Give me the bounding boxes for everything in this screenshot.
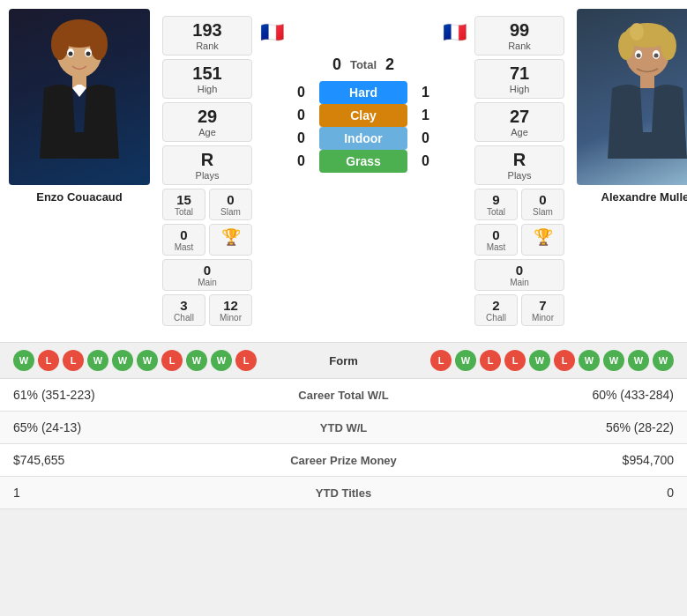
left-mast-box: 0 Mast (162, 224, 205, 256)
surface-badge-clay: Clay (319, 104, 407, 127)
svg-point-6 (69, 52, 73, 56)
left-trophy-box: 🏆 (209, 224, 252, 256)
surface-score-left: 0 (290, 130, 312, 146)
left-total-box: 15 Total (162, 189, 205, 220)
player-right-photo (577, 9, 687, 185)
form-right-badge-3: L (504, 350, 526, 371)
right-chall-box: 2 Chall (474, 294, 518, 326)
form-left-badge-5: W (137, 350, 158, 371)
svg-point-16 (637, 54, 641, 58)
left-age-value: 29 (198, 107, 217, 127)
left-flag: 🇫🇷 (260, 21, 284, 44)
left-high-box: 151 High (162, 59, 252, 99)
right-rank-value: 99 (510, 20, 529, 41)
left-rank-box: 193 Rank (162, 16, 252, 56)
left-plays-value: R (201, 150, 213, 170)
form-right-badge-6: W (579, 350, 600, 371)
left-trophy-icon: 🏆 (221, 227, 241, 247)
h2h-total-right: 2 (385, 56, 394, 74)
career-stats-row-1: 65% (24-13) YTD W/L 56% (28-22) (0, 412, 687, 444)
career-stats-row-3: 1 YTD Titles 0 (0, 477, 687, 509)
h2h-total-label: Total (350, 58, 377, 71)
form-right-badge-5: L (554, 350, 575, 371)
surface-badge-indoor: Indoor (319, 127, 407, 150)
surface-score-right: 0 (414, 130, 437, 146)
player-left-photo (9, 9, 150, 185)
right-high-label: High (510, 84, 530, 94)
surface-score-right: 1 (414, 85, 437, 100)
career-stat-left-3: 1 (13, 486, 265, 500)
player-right-name: Alexandre Muller (601, 190, 687, 204)
stats-rows: 61% (351-223) Career Total W/L 60% (433-… (0, 379, 687, 509)
left-slam-box: 0 Slam (209, 189, 252, 220)
surface-badge-grass: Grass (319, 150, 407, 173)
svg-point-12 (661, 32, 676, 60)
left-stats-grid: 15 Total 0 Slam 0 Mast 🏆 0 Main (162, 189, 252, 326)
right-high-value: 71 (510, 63, 529, 84)
form-right: LWLLWLWWWW (402, 350, 675, 371)
player-left-stats: 193 Rank 151 High 29 Age R Plays 15 Tota… (159, 9, 256, 333)
right-minor-box: 7 Minor (521, 294, 564, 326)
surface-score-right: 0 (414, 153, 437, 169)
right-total-box: 9 Total (474, 189, 518, 220)
right-age-value: 27 (510, 107, 529, 127)
form-right-badge-8: W (628, 350, 649, 371)
form-left-badge-7: W (186, 350, 207, 371)
form-left-badge-4: W (112, 350, 133, 371)
career-stat-right-2: $954,700 (423, 453, 675, 467)
career-stat-right-0: 60% (433-284) (423, 388, 675, 402)
career-stat-label-0: Career Total W/L (265, 389, 423, 402)
form-right-badge-2: L (480, 350, 501, 371)
form-right-badge-4: W (529, 350, 550, 371)
form-left: WLLWWWLWWL (13, 350, 286, 371)
form-left-badge-9: L (235, 350, 257, 371)
surface-row-indoor: 0 Indoor 0 (290, 127, 437, 150)
svg-rect-18 (640, 75, 654, 88)
left-plays-box: R Plays (162, 145, 252, 185)
player-right: Alexandre Muller (568, 9, 687, 333)
left-high-value: 151 (192, 63, 221, 84)
surface-score-left: 0 (290, 153, 312, 169)
right-plays-value: R (513, 150, 526, 170)
surface-score-right: 1 (414, 108, 437, 123)
left-main-box: 0 Main (162, 259, 252, 291)
total-row: 0 Total 2 (332, 56, 394, 74)
right-main-box: 0 Main (474, 259, 564, 291)
right-high-box: 71 High (474, 59, 564, 99)
form-right-badge-0: L (430, 350, 452, 371)
career-stat-left-2: $745,655 (13, 453, 265, 467)
form-left-badge-6: L (161, 350, 183, 371)
form-section: WLLWWWLWWL Form LWLLWLWWWW (0, 342, 687, 379)
main-container: Enzo Couacaud 193 Rank 151 High 29 Age R… (0, 0, 687, 509)
left-high-label: High (198, 84, 218, 94)
surface-row-clay: 0 Clay 1 (290, 104, 437, 127)
career-stat-right-3: 0 (423, 486, 675, 500)
form-left-badge-2: L (63, 350, 84, 371)
svg-point-13 (630, 23, 644, 41)
right-rank-label: Rank (508, 41, 531, 51)
surface-score-left: 0 (290, 85, 312, 100)
svg-point-2 (51, 28, 69, 60)
svg-point-3 (90, 28, 108, 60)
surface-row-hard: 0 Hard 1 (290, 81, 437, 104)
right-slam-box: 0 Slam (521, 189, 564, 220)
left-rank-value: 193 (192, 20, 221, 41)
right-flag: 🇫🇷 (443, 21, 467, 44)
surface-badge-hard: Hard (319, 81, 407, 104)
form-left-badge-0: W (13, 350, 34, 371)
career-stat-left-0: 61% (351-223) (13, 388, 265, 402)
career-stats-row-2: $745,655 Career Prize Money $954,700 (0, 444, 687, 477)
middle-h2h: 🇫🇷 🇫🇷 0 Total 2 0 Hard 1 0 Clay 1 0 Indo… (256, 9, 471, 333)
surface-score-left: 0 (290, 108, 312, 123)
form-left-badge-3: W (87, 350, 108, 371)
surfaces-container: 0 Hard 1 0 Clay 1 0 Indoor 0 0 Grass 0 (290, 81, 437, 173)
right-plays-label: Plays (508, 170, 532, 181)
left-rank-label: Rank (196, 41, 219, 51)
form-right-badge-7: W (603, 350, 624, 371)
right-mast-box: 0 Mast (474, 224, 518, 256)
left-plays-label: Plays (196, 170, 220, 181)
left-chall-box: 3 Chall (162, 294, 205, 326)
right-trophy-icon: 🏆 (534, 227, 553, 247)
right-stats-grid: 9 Total 0 Slam 0 Mast 🏆 0 Main (474, 189, 564, 326)
surface-row-grass: 0 Grass 0 (290, 150, 437, 173)
